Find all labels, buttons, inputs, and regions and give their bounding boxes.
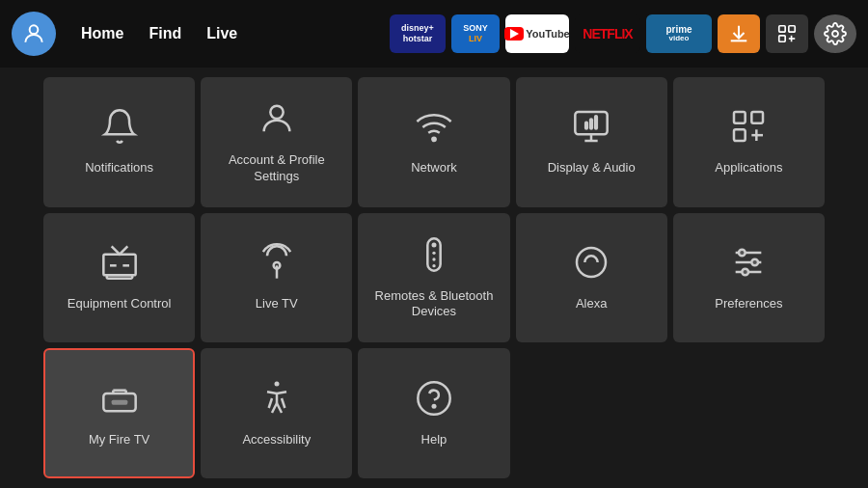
grid-item-livetv[interactable]: Live TV [201, 213, 352, 343]
notifications-label: Notifications [85, 160, 153, 176]
channel-settings[interactable] [814, 14, 856, 53]
channel-netflix[interactable]: NETFLIX [575, 14, 640, 53]
bell-icon [100, 107, 139, 150]
nav-links: Home Find Live [71, 19, 247, 48]
tv-icon [100, 243, 139, 286]
my-fire-tv-label: My Fire TV [89, 432, 149, 448]
svg-rect-17 [734, 130, 746, 142]
channel-downloader[interactable] [718, 14, 760, 53]
svg-rect-20 [103, 255, 135, 276]
svg-line-45 [268, 398, 271, 408]
grid-item-help[interactable]: Help [358, 348, 509, 478]
network-label: Network [411, 160, 457, 176]
svg-point-43 [274, 381, 279, 386]
svg-point-6 [832, 31, 838, 37]
channel-logos: disney+hotstar SONYLIV YouTube NETFLIX p… [390, 14, 856, 53]
svg-point-47 [418, 382, 449, 414]
grid-item-preferences[interactable]: Preferences [673, 213, 825, 343]
nav-home[interactable]: Home [71, 19, 133, 48]
svg-point-7 [270, 106, 283, 119]
svg-rect-39 [111, 399, 127, 404]
alexa-icon [572, 243, 610, 286]
sliders-icon [729, 243, 768, 286]
display-label: Display & Audio [548, 160, 636, 176]
svg-rect-1 [779, 26, 785, 32]
svg-point-0 [30, 25, 39, 34]
svg-point-25 [273, 262, 280, 269]
channel-sony[interactable]: SONYLIV [451, 14, 500, 53]
grid-item-accessibility[interactable]: Accessibility [201, 348, 352, 478]
svg-rect-16 [752, 112, 764, 123]
nav-live[interactable]: Live [197, 19, 247, 48]
grid-item-display[interactable]: Display & Audio [516, 77, 667, 207]
svg-rect-2 [789, 26, 795, 32]
firetv-icon [100, 379, 139, 422]
channel-apps[interactable] [766, 14, 808, 53]
account-label: Account & Profile Settings [208, 152, 344, 185]
grid-item-notifications[interactable]: Notifications [43, 77, 195, 207]
antenna-icon [258, 243, 296, 286]
avatar[interactable] [12, 12, 56, 56]
topbar: Home Find Live disney+hotstar SONYLIV Yo… [0, 0, 868, 68]
accessibility-icon [258, 379, 296, 422]
remote-icon [415, 235, 453, 279]
help-label: Help [421, 432, 448, 448]
svg-rect-15 [734, 112, 746, 123]
livetv-label: Live TV [256, 296, 298, 312]
apps-grid-icon [729, 107, 768, 150]
grid-item-network[interactable]: Network [358, 77, 509, 207]
nav-find[interactable]: Find [139, 19, 191, 48]
svg-point-8 [432, 138, 435, 141]
alexa-label: Alexa [576, 296, 608, 312]
svg-rect-23 [106, 275, 132, 278]
wifi-icon [415, 107, 453, 150]
svg-point-31 [577, 248, 606, 277]
channel-prime[interactable]: prime video [646, 14, 712, 53]
preferences-label: Preferences [715, 296, 782, 312]
accessibility-label: Accessibility [242, 432, 311, 448]
svg-rect-3 [779, 36, 785, 41]
svg-point-35 [739, 250, 746, 257]
display-icon [572, 107, 610, 150]
equipment-label: Equipment Control [68, 296, 172, 312]
channel-disney[interactable]: disney+hotstar [390, 14, 446, 53]
grid-item-alexa[interactable]: Alexa [516, 213, 667, 343]
svg-point-37 [743, 269, 749, 276]
grid-item-account[interactable]: Account & Profile Settings [201, 77, 352, 207]
applications-label: Applications [715, 160, 782, 176]
help-icon [415, 379, 453, 422]
svg-line-46 [282, 398, 285, 408]
remotes-label: Remotes & Bluetooth Devices [366, 288, 502, 321]
settings-grid: Notifications Account & Profile Settings… [0, 68, 868, 488]
grid-item-applications[interactable]: Applications [673, 77, 825, 207]
svg-point-36 [752, 259, 759, 266]
grid-item-remotes[interactable]: Remotes & Bluetooth Devices [358, 213, 509, 343]
channel-youtube[interactable]: YouTube [505, 14, 569, 53]
person-icon [258, 99, 296, 143]
grid-item-my-fire-tv[interactable]: My Fire TV [43, 348, 195, 478]
grid-item-equipment[interactable]: Equipment Control [43, 213, 195, 343]
